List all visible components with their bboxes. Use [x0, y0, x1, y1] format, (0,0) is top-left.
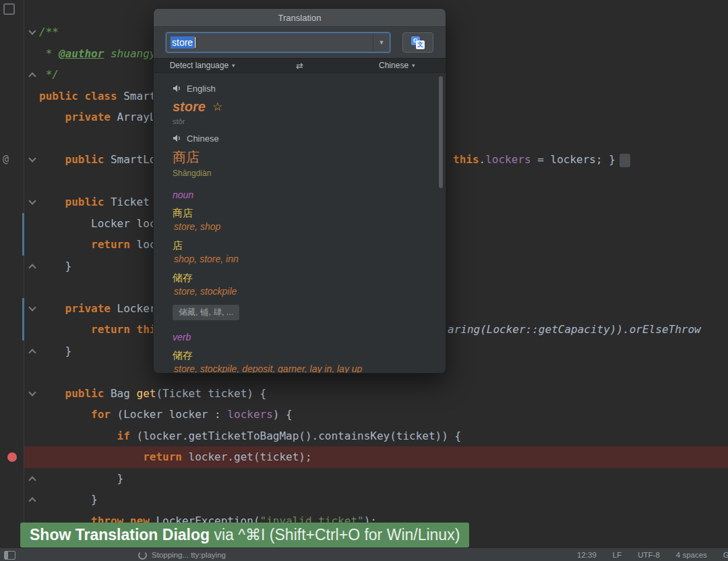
tool-window-toggle-icon[interactable]	[4, 551, 16, 560]
dialog-title: Translation	[154, 9, 446, 27]
dict-sections: noun商店store, shop店shop, store, inn储存stor…	[173, 189, 428, 373]
code-line[interactable]: public Bag get(Ticket ticket) {	[39, 383, 266, 405]
code-token	[39, 196, 65, 208]
dict-term: 商店	[173, 207, 428, 220]
target-language-label: Chinese	[187, 134, 219, 144]
dict-words: shop, store, inn	[173, 254, 428, 266]
input-history-dropdown-button[interactable]: ▼	[373, 33, 390, 52]
dict-words: store, stockpile	[173, 286, 428, 298]
code-line[interactable]: }	[39, 468, 123, 490]
code-token: ) {	[273, 408, 293, 421]
source-word: store	[173, 99, 206, 115]
code-line[interactable]: }	[39, 256, 71, 277]
headword-row: store ☆	[173, 98, 428, 115]
status-item[interactable]: 4 spaces	[676, 551, 707, 559]
breakpoint-icon[interactable]	[7, 452, 17, 462]
code-token: public	[65, 196, 111, 208]
status-item[interactable]: UTF-8	[638, 551, 660, 559]
code-line[interactable]: return locker.get(ticket);	[39, 446, 312, 468]
chevron-down-icon: ▾	[232, 62, 235, 69]
code-line[interactable]: }	[39, 341, 71, 362]
code-line[interactable]: if (locker.getTicketToBagMap().containsK…	[39, 425, 461, 447]
translation-input-text[interactable]: store	[166, 36, 373, 49]
chevron-down-icon: ▼	[379, 39, 385, 46]
translate-button[interactable]: G 文	[402, 32, 433, 53]
input-selected-text: store	[171, 36, 194, 49]
chevron-down-icon: ▾	[412, 62, 415, 69]
code-token: Bag	[111, 387, 137, 400]
speaker-icon[interactable]	[173, 84, 182, 93]
status-item[interactable]: 12:39	[577, 551, 597, 559]
translation-dialog: Translation store ▼ G 文 Detect language …	[153, 8, 446, 374]
google-translate-icon: G 文	[411, 36, 425, 49]
source-language-selector[interactable]: Detect language ▾	[154, 59, 251, 72]
shortcut-hint-banner: Show Translation Dialog via ^⌘I (Shift+C…	[20, 523, 469, 548]
code-line[interactable]: for (Locker locker : lockers) {	[39, 404, 293, 425]
code-token: }	[39, 493, 98, 506]
code-token: = lockers; }	[531, 153, 615, 166]
code-token: @author	[59, 47, 104, 60]
dict-words: store, shop	[173, 221, 428, 233]
fold-marker-icon[interactable]	[28, 475, 36, 483]
banner-action-name: Show Translation Dialog	[30, 526, 210, 544]
code-token: get	[137, 387, 156, 400]
source-phonetic: stôr	[173, 117, 428, 126]
code-line-fragment[interactable]: this.lockers = lockers; }	[453, 149, 630, 171]
code-line[interactable]: }	[39, 489, 98, 510]
code-token: aring(Locker::getCapacity)).orElseThrow	[448, 323, 701, 336]
vcs-change-bar[interactable]	[22, 298, 24, 341]
code-token	[39, 302, 65, 315]
status-item[interactable]: Git: SmartLo	[723, 551, 728, 559]
fold-marker-icon[interactable]	[28, 390, 36, 398]
target-word: 商店	[173, 148, 428, 166]
fold-marker-icon[interactable]	[28, 198, 36, 206]
code-line-fragment[interactable]: aring(Locker::getCapacity)).orElseThrow	[448, 319, 701, 341]
swap-languages-button[interactable]: ⇄	[251, 59, 348, 72]
fold-marker-icon[interactable]	[28, 305, 36, 313]
source-language-label: English	[187, 84, 216, 94]
code-token: public	[65, 153, 111, 166]
source-language-row: English	[173, 82, 428, 94]
code-token: private	[65, 111, 117, 123]
more-translations-chip[interactable]: 储藏, 铺, 肆, ...	[173, 305, 239, 320]
caret-block	[619, 154, 630, 167]
favorite-star-icon[interactable]: ☆	[212, 101, 222, 113]
status-item[interactable]: LF	[613, 551, 621, 559]
code-token: }	[39, 472, 123, 485]
speaker-icon[interactable]	[173, 134, 182, 143]
tool-window-icon[interactable]	[3, 3, 15, 15]
fold-marker-icon[interactable]	[28, 496, 36, 504]
code-token: (Locker locker :	[117, 408, 228, 421]
code-token: }	[39, 260, 71, 272]
code-line[interactable]: /**	[39, 22, 59, 43]
fold-marker-icon[interactable]	[28, 347, 36, 355]
fold-marker-icon[interactable]	[28, 262, 36, 270]
target-language-selector[interactable]: Chinese ▾	[348, 59, 446, 72]
dialog-scrollbar[interactable]	[439, 76, 443, 188]
code-token: *	[39, 47, 59, 60]
fold-marker-icon[interactable]	[28, 71, 36, 79]
code-token	[39, 323, 91, 336]
fold-marker-icon[interactable]	[28, 28, 36, 36]
code-token: for	[91, 408, 117, 421]
translation-input[interactable]: store ▼	[166, 32, 390, 53]
status-bar: Stopping... tty:playing 12:39LFUTF-84 sp…	[0, 548, 728, 561]
language-bar: Detect language ▾ ⇄ Chinese ▾	[154, 58, 446, 73]
code-token: Ticket	[111, 196, 156, 208]
code-token: return	[143, 450, 188, 463]
code-token: (Ticket ticket) {	[156, 387, 266, 400]
code-token	[39, 153, 65, 166]
text-caret	[195, 37, 195, 48]
banner-shortcut-text: via ^⌘I (Shift+Ctrl+O for Win/Linux)	[210, 526, 460, 544]
code-token: locker.get(ticket);	[189, 450, 312, 463]
fold-marker-icon[interactable]	[28, 156, 36, 164]
annotation-gutter-icon[interactable]: @	[3, 149, 16, 171]
dict-term: 储存	[173, 272, 428, 285]
code-token: .	[479, 153, 486, 166]
translation-result: English store ☆ stôr Chinese 商店 Shāngdià…	[154, 73, 446, 373]
code-token	[39, 430, 117, 442]
part-of-speech-label: verb	[173, 332, 428, 343]
vcs-change-bar[interactable]	[22, 213, 24, 256]
code-line[interactable]: */	[39, 64, 59, 86]
code-token: private	[65, 302, 117, 315]
